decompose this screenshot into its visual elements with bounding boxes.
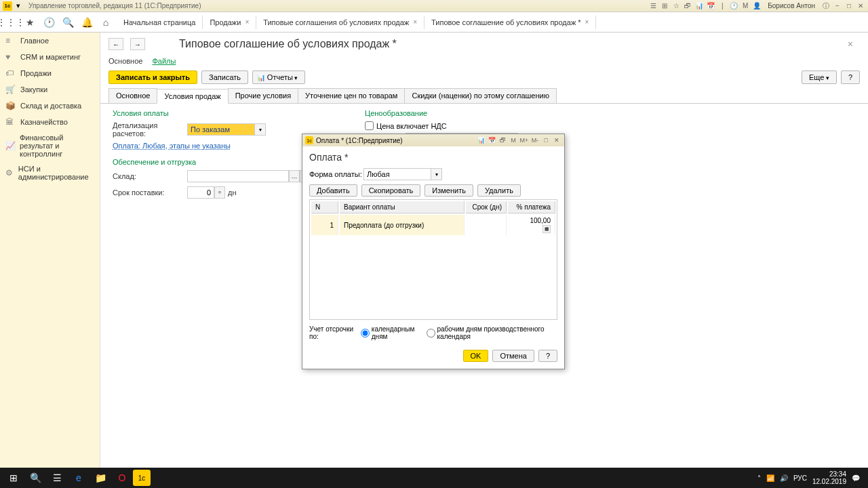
sidebar-item-treasury[interactable]: 🏛Казначейство — [0, 114, 100, 130]
dialog-maximize-icon[interactable]: □ — [541, 136, 551, 145]
col-variant[interactable]: Вариант оплаты — [340, 201, 465, 214]
table-row[interactable]: 1 Предоплата (до отгрузки) ▦ — [311, 215, 555, 235]
save-button[interactable]: Записать — [201, 70, 248, 84]
star-icon[interactable]: ★ — [22, 14, 38, 30]
tab-home[interactable]: Начальная страница — [117, 16, 203, 29]
edge-icon[interactable]: e — [68, 468, 90, 487]
titlebar-dropdown-icon[interactable]: ▾ — [14, 1, 23, 11]
edit-button[interactable]: Изменить — [425, 184, 473, 197]
titlebar-tool2-icon[interactable]: ⊞ — [660, 1, 669, 11]
defer-calendar-option[interactable]: календарным дням — [361, 325, 422, 340]
explorer-icon[interactable]: 📁 — [90, 468, 111, 487]
tab-agreements-list[interactable]: Типовые соглашения об условиях продаж× — [256, 16, 425, 29]
apps-icon[interactable]: ⋮⋮⋮ — [3, 14, 19, 30]
more-button[interactable]: Еще — [802, 70, 837, 84]
cancel-button[interactable]: Отмена — [492, 350, 534, 362]
titlebar-tool1-icon[interactable]: ☰ — [648, 1, 658, 11]
nav-back-button[interactable]: ← — [108, 38, 123, 50]
form-tab-discounts[interactable]: Скидки (наценки) по этому соглашению — [404, 88, 556, 103]
help-button[interactable]: ? — [841, 70, 860, 84]
titlebar-clock-icon[interactable]: 🕐 — [729, 1, 738, 11]
nav-forward-button[interactable]: → — [130, 38, 145, 50]
close-icon[interactable]: × — [245, 18, 249, 26]
cell-percent[interactable]: ▦ — [508, 215, 555, 235]
defer-working-radio[interactable] — [427, 329, 435, 338]
tray-network-icon[interactable]: 📶 — [766, 474, 774, 482]
taskbar-clock[interactable]: 23:34 12.02.2019 — [812, 470, 846, 485]
sidebar-item-purchases[interactable]: 🛒Закупки — [0, 81, 100, 98]
add-button[interactable]: Добавить — [309, 184, 357, 197]
ok-button[interactable]: OK — [463, 350, 489, 362]
maximize-icon[interactable]: □ — [844, 1, 854, 11]
warehouse-clear-button[interactable]: … — [289, 170, 300, 182]
close-window-icon[interactable]: ✕ — [856, 1, 865, 11]
titlebar-tool4-icon[interactable]: 🗗 — [683, 1, 692, 11]
sidebar-item-crm[interactable]: ♥CRM и маркетинг — [0, 49, 100, 65]
vat-checkbox[interactable] — [365, 121, 374, 130]
form-tab-sales-conditions[interactable]: Условия продаж — [157, 89, 228, 104]
reports-button[interactable]: Отчеты — [252, 70, 305, 84]
close-icon[interactable]: × — [413, 18, 417, 26]
calc-icon[interactable]: ▦ — [542, 225, 551, 233]
dialog-tool1-icon[interactable]: 📊 — [476, 136, 486, 145]
tab-sales[interactable]: Продажи× — [203, 16, 256, 29]
dialog-mminus-button[interactable]: M- — [530, 136, 540, 145]
form-tab-main[interactable]: Основное — [108, 88, 157, 103]
defer-working-option[interactable]: рабочим дням производственного календаря — [427, 325, 558, 340]
chevron-down-icon[interactable]: ▾ — [255, 123, 266, 136]
sidebar-item-sales[interactable]: 🏷Продажи — [0, 65, 100, 81]
col-percent[interactable]: % платежа — [508, 201, 555, 214]
taskview-icon[interactable]: ☰ — [46, 468, 68, 487]
titlebar-info-icon[interactable]: ⓘ — [821, 1, 831, 11]
subtab-main[interactable]: Основное — [108, 57, 142, 65]
close-icon[interactable]: × — [585, 18, 589, 26]
tray-volume-icon[interactable]: 🔊 — [780, 474, 788, 482]
titlebar-m-icon[interactable]: M — [741, 1, 750, 11]
warehouse-input[interactable] — [187, 170, 289, 182]
payment-form-combo[interactable] — [363, 168, 431, 180]
col-n[interactable]: N — [311, 201, 338, 214]
opera-icon[interactable]: O — [111, 468, 133, 487]
dialog-close-icon[interactable]: ✕ — [552, 136, 561, 145]
percent-input[interactable] — [512, 217, 551, 224]
defer-calendar-radio[interactable] — [361, 329, 370, 338]
sidebar-item-admin[interactable]: ⚙НСИ и администрирование — [0, 161, 100, 184]
delete-button[interactable]: Удалить — [477, 184, 521, 197]
dialog-help-button[interactable]: ? — [538, 350, 557, 362]
tray-lang[interactable]: РУС — [793, 474, 807, 482]
col-term[interactable]: Срок (дн) — [466, 201, 507, 214]
cell-term[interactable] — [466, 215, 507, 235]
tray-notifications-icon[interactable]: 💬 — [852, 474, 860, 482]
titlebar-calc-icon[interactable]: 📊 — [694, 1, 704, 11]
minimize-icon[interactable]: − — [833, 1, 842, 11]
tray-up-icon[interactable]: ˄ — [757, 474, 761, 482]
history-icon[interactable]: 🕐 — [41, 14, 57, 30]
search-icon[interactable]: 🔍 — [60, 14, 76, 30]
detail-combo[interactable] — [187, 123, 255, 136]
dialog-mplus-button[interactable]: M+ — [519, 136, 529, 145]
bell-icon[interactable]: 🔔 — [79, 14, 95, 30]
1c-taskbar-icon[interactable]: 1c — [133, 470, 151, 486]
dialog-m-button[interactable]: M — [509, 136, 518, 145]
sidebar-item-warehouse[interactable]: 📦Склад и доставка — [0, 98, 100, 114]
cell-variant[interactable]: Предоплата (до отгрузки) — [340, 215, 465, 235]
delivery-input[interactable] — [187, 186, 214, 199]
dialog-tool3-icon[interactable]: 🗗 — [498, 136, 507, 145]
close-page-icon[interactable]: × — [848, 39, 853, 49]
start-icon[interactable]: ⊞ — [3, 468, 24, 487]
form-tab-prices[interactable]: Уточнение цен по товарам — [298, 88, 405, 103]
dialog-tool2-icon[interactable]: 📅 — [487, 136, 496, 145]
tab-agreement-edit[interactable]: Типовое соглашение об условиях продаж *× — [425, 16, 596, 29]
payment-link[interactable]: Оплата: Любая, этапы не указаны — [113, 142, 231, 150]
home-icon[interactable]: ⌂ — [98, 14, 114, 30]
titlebar-calendar-icon[interactable]: 📅 — [706, 1, 715, 11]
chevron-down-icon[interactable]: ▾ — [431, 168, 442, 180]
subtab-files[interactable]: Файлы — [152, 57, 176, 65]
sidebar-item-finance[interactable]: 📈Финансовый результат и контроллинг — [0, 130, 100, 161]
delivery-stepper[interactable]: ÷ — [214, 186, 225, 199]
titlebar-tool3-icon[interactable]: ☆ — [671, 1, 681, 11]
search-taskbar-icon[interactable]: 🔍 — [24, 468, 46, 487]
form-tab-other[interactable]: Прочие условия — [228, 88, 298, 103]
save-close-button[interactable]: Записать и закрыть — [108, 70, 197, 84]
sidebar-item-main[interactable]: ≡Главное — [0, 33, 100, 49]
